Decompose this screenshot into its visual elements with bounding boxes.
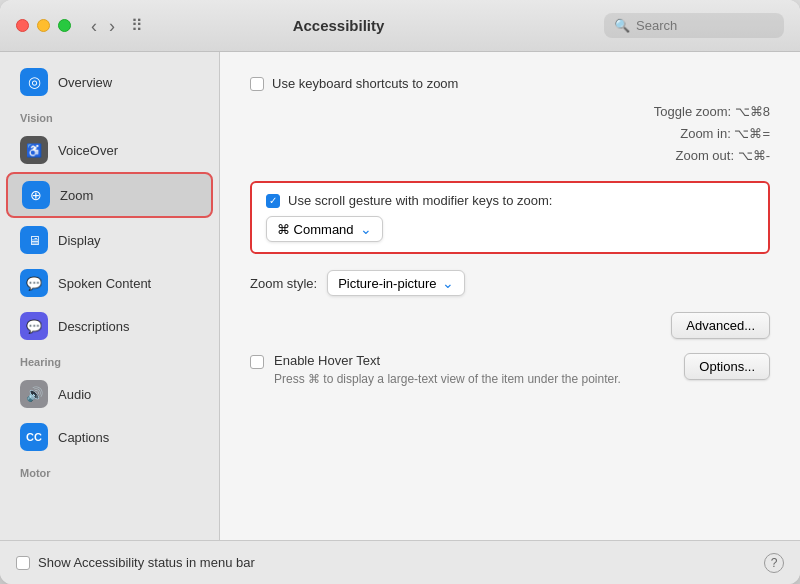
zoom-style-row: Zoom style: Picture-in-picture ⌄ [250,270,770,296]
keyboard-shortcut-label[interactable]: Use keyboard shortcuts to zoom [250,76,458,91]
hover-text-label: Enable Hover Text [274,353,674,368]
sidebar-item-overview[interactable]: ◎ Overview [6,61,213,103]
keyboard-shortcut-checkbox[interactable] [250,77,264,91]
sidebar-item-spoken-content[interactable]: 💬 Spoken Content [6,262,213,304]
sidebar-label-captions: Captions [58,430,109,445]
zoom-style-label: Zoom style: [250,276,317,291]
hover-text-checkbox[interactable] [250,355,264,369]
close-button[interactable] [16,19,29,32]
window: ‹ › ⠿ Accessibility 🔍 ◎ Overview Vision [0,0,800,584]
zoom-info-text: Toggle zoom: ⌥⌘8 Zoom in: ⌥⌘= Zoom out: … [250,101,770,167]
command-dropdown[interactable]: ⌘ Command ⌄ [266,216,383,242]
voiceover-icon: ♿ [20,136,48,164]
sidebar-label-zoom: Zoom [60,188,93,203]
sidebar-label-spoken-content: Spoken Content [58,276,151,291]
forward-button[interactable]: › [105,15,119,37]
sidebar-item-voiceover[interactable]: ♿ VoiceOver [6,129,213,171]
window-title: Accessibility [153,17,524,34]
sidebar: ◎ Overview Vision ♿ VoiceOver ⊕ Zoom [0,52,220,540]
dropdown-arrow-icon: ⌄ [360,221,372,237]
search-input[interactable] [636,18,774,33]
search-icon: 🔍 [614,18,630,33]
scroll-gesture-label[interactable]: ✓ Use scroll gesture with modifier keys … [266,193,754,208]
captions-icon: CC [20,423,48,451]
content-area: ◎ Overview Vision ♿ VoiceOver ⊕ Zoom [0,52,800,540]
zoom-style-arrow-icon: ⌄ [442,275,454,291]
audio-icon: 🔊 [20,380,48,408]
sidebar-category-hearing: Hearing [0,348,219,372]
spoken-content-icon: 💬 [20,269,48,297]
sidebar-label-descriptions: Descriptions [58,319,130,334]
bottom-bar: Show Accessibility status in menu bar ? [0,540,800,584]
sidebar-item-captions[interactable]: CC Captions [6,416,213,458]
hover-text-section: Enable Hover Text Press ⌘ to display a l… [250,353,770,386]
sidebar-label-overview: Overview [58,75,112,90]
minimize-button[interactable] [37,19,50,32]
keyboard-shortcut-row: Use keyboard shortcuts to zoom [250,76,770,91]
sidebar-label-audio: Audio [58,387,91,402]
sidebar-label-voiceover: VoiceOver [58,143,118,158]
sidebar-label-display: Display [58,233,101,248]
back-button[interactable]: ‹ [87,15,101,37]
zoom-icon: ⊕ [22,181,50,209]
advanced-row: Advanced... [250,312,770,339]
options-button[interactable]: Options... [684,353,770,380]
sidebar-category-vision: Vision [0,104,219,128]
titlebar: ‹ › ⠿ Accessibility 🔍 [0,0,800,52]
sidebar-item-zoom[interactable]: ⊕ Zoom [6,172,213,218]
command-dropdown-row: ⌘ Command ⌄ [266,216,754,242]
main-content: Use keyboard shortcuts to zoom Toggle zo… [220,52,800,540]
traffic-lights [16,19,71,32]
advanced-button[interactable]: Advanced... [671,312,770,339]
sidebar-item-display[interactable]: 🖥 Display [6,219,213,261]
zoom-style-dropdown[interactable]: Picture-in-picture ⌄ [327,270,465,296]
descriptions-icon: 💬 [20,312,48,340]
scroll-gesture-box: ✓ Use scroll gesture with modifier keys … [250,181,770,254]
maximize-button[interactable] [58,19,71,32]
hover-text-sub: Press ⌘ to display a large-text view of … [274,372,674,386]
nav-buttons: ‹ › [87,15,119,37]
scroll-gesture-checkbox[interactable]: ✓ [266,194,280,208]
overview-icon: ◎ [20,68,48,96]
sidebar-item-descriptions[interactable]: 💬 Descriptions [6,305,213,347]
sidebar-item-audio[interactable]: 🔊 Audio [6,373,213,415]
hover-text-content: Enable Hover Text Press ⌘ to display a l… [274,353,674,386]
show-status-label[interactable]: Show Accessibility status in menu bar [16,555,255,570]
display-icon: 🖥 [20,226,48,254]
sidebar-category-motor: Motor [0,459,219,483]
grid-icon[interactable]: ⠿ [131,16,143,35]
search-bar: 🔍 [604,13,784,38]
show-status-checkbox[interactable] [16,556,30,570]
help-icon[interactable]: ? [764,553,784,573]
